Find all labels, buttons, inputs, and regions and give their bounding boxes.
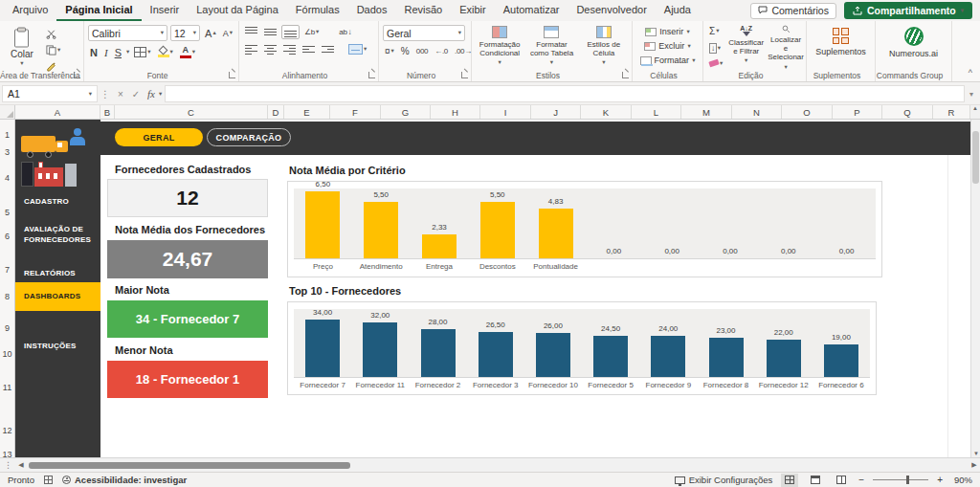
menu-revisão[interactable]: Revisão [395, 0, 451, 21]
cell-styles-button[interactable]: Estilos de Célula ▾ [580, 26, 628, 66]
vertical-scrollbar[interactable]: ▼ [970, 120, 980, 457]
horizontal-scrollbar-track[interactable] [27, 458, 969, 472]
wrap-text-button[interactable]: ab↓ [337, 27, 353, 37]
expand-formula-bar-button[interactable]: ▾ [965, 90, 978, 99]
enter-formula-icon[interactable]: ✓ [128, 89, 144, 100]
menu-arquivo[interactable]: Arquivo [4, 0, 56, 21]
cancel-formula-icon[interactable]: × [113, 89, 128, 100]
row-header-10[interactable]: 10 [0, 349, 14, 359]
bar[interactable] [421, 329, 456, 377]
row-header-12[interactable]: 12 [0, 426, 14, 435]
conditional-formatting-button[interactable]: Formatação Condicional ▾ [476, 26, 523, 66]
page-break-view-button[interactable] [833, 474, 850, 487]
menu-fórmulas[interactable]: Fórmulas [287, 0, 348, 21]
clear-button[interactable]: ▾ [707, 59, 724, 68]
normal-view-button[interactable] [781, 474, 798, 487]
format-cells-button[interactable]: Formatar ▾ [636, 55, 699, 66]
format-as-table-button[interactable]: Formatar como Tabela ▾ [527, 26, 575, 66]
row-header-6[interactable]: 6 [0, 232, 14, 241]
column-header-p[interactable]: P [833, 105, 882, 119]
row-header-9[interactable]: 9 [0, 323, 14, 333]
align-top-button[interactable] [243, 26, 259, 38]
menu-ajuda[interactable]: Ajuda [656, 0, 700, 21]
row-header-5[interactable]: 5 [0, 208, 14, 217]
scroll-down-icon[interactable]: ▼ [971, 451, 980, 456]
cut-button[interactable] [44, 28, 58, 40]
insert-cells-button[interactable]: Inserir ▾ [636, 26, 699, 37]
column-header-q[interactable]: Q [882, 105, 933, 119]
column-header-g[interactable]: G [381, 105, 431, 119]
menu-inserir[interactable]: Inserir [142, 0, 189, 21]
font-name-select[interactable]: Calibri ▾ [88, 25, 167, 41]
italic-button[interactable]: I [102, 46, 110, 59]
increase-indent-button[interactable] [320, 43, 336, 55]
menu-exibir[interactable]: Exibir [451, 0, 495, 21]
row-header-11[interactable]: 11 [0, 383, 14, 392]
sidebar-item-instruções[interactable]: INSTRUÇÕES [15, 342, 100, 352]
bar[interactable] [651, 336, 685, 377]
comma-style-button[interactable]: 000 [414, 46, 430, 56]
scroll-right-icon[interactable]: ▶ [969, 461, 980, 469]
name-box-caret[interactable]: ▾ [89, 91, 92, 98]
bar[interactable] [709, 338, 744, 377]
align-center-button[interactable] [262, 43, 278, 55]
bar[interactable] [767, 340, 801, 377]
display-settings-button[interactable]: Exibir Configurações [675, 475, 773, 485]
bar[interactable] [593, 336, 628, 377]
column-header-o[interactable]: O [782, 105, 833, 119]
percent-style-button[interactable]: % [399, 45, 412, 57]
font-color-button[interactable]: A ▾ [178, 45, 197, 59]
paste-button[interactable]: Colar ▾ [6, 27, 38, 67]
kpi-registered-value[interactable]: 12 [107, 179, 268, 217]
collapse-ribbon-button[interactable]: ^ [969, 68, 972, 77]
comments-button[interactable]: Comentários [750, 3, 836, 19]
column-header-m[interactable]: M [681, 105, 732, 119]
align-left-button[interactable] [243, 43, 259, 55]
fill-button[interactable]: ↓▾ [707, 42, 723, 55]
increase-decimal-button[interactable]: ←.0 [433, 46, 450, 56]
zoom-slider[interactable] [873, 479, 928, 480]
find-select-button[interactable]: Localizar e Selecionar ▾ [768, 25, 804, 70]
decrease-indent-button[interactable] [301, 43, 317, 55]
column-header-n[interactable]: N [732, 105, 782, 119]
zoom-slider-thumb[interactable] [906, 476, 909, 484]
merge-center-button[interactable]: ▾ [346, 43, 368, 55]
chart-1-card[interactable]: 6,505,502,335,504,830,000,000,000,000,00… [287, 181, 882, 277]
column-header-r[interactable]: R [933, 105, 970, 119]
column-header-a[interactable]: A [15, 105, 100, 119]
share-button[interactable]: Compartilhamento ▾ [844, 2, 972, 19]
bar[interactable] [305, 320, 340, 377]
align-middle-button[interactable] [262, 26, 278, 38]
column-header-l[interactable]: L [632, 105, 681, 119]
column-header-c[interactable]: C [115, 105, 268, 119]
orientation-button[interactable]: ∠b▾ [302, 27, 321, 37]
numerous-ai-button[interactable]: Numerous.ai [887, 26, 940, 59]
zoom-in-button[interactable]: + [937, 475, 943, 485]
kpi-average-value[interactable]: 24,67 [107, 240, 268, 278]
menu-desenvolvedor[interactable]: Desenvolvedor [568, 0, 655, 21]
horizontal-scrollbar-thumb[interactable] [29, 462, 350, 469]
addins-button[interactable]: Suplementos [813, 27, 868, 57]
select-all-corner[interactable] [0, 105, 15, 119]
number-format-select[interactable]: Geral ▾ [383, 25, 465, 41]
column-header-b[interactable]: B [100, 105, 115, 119]
sidebar-item-dashboards[interactable]: DASHBOARDS [15, 282, 100, 311]
menu-automatizar[interactable]: Automatizar [495, 0, 568, 21]
function-caret[interactable]: ▾ [159, 91, 162, 98]
align-bottom-button[interactable] [281, 25, 300, 39]
decrease-decimal-button[interactable]: .00→ [453, 46, 474, 56]
row-header-13[interactable]: 13 [0, 450, 14, 457]
font-size-select[interactable]: 12 ▾ [170, 25, 200, 41]
bar[interactable] [305, 191, 340, 258]
copy-button[interactable]: ▾ [44, 44, 62, 56]
insert-function-icon[interactable]: fx [144, 88, 159, 100]
record-macro-icon[interactable] [44, 476, 53, 484]
page-layout-view-button[interactable] [807, 474, 824, 487]
sidebar-item-avaliação-de-fornecedores[interactable]: AVALIAÇÃO DE FORNECEDORES [15, 225, 100, 246]
bar[interactable] [364, 202, 398, 258]
row-header-3[interactable]: 3 [0, 147, 14, 157]
column-header-d[interactable]: D [268, 105, 284, 119]
bar[interactable] [480, 202, 515, 258]
chart-2-card[interactable]: 34,0032,0028,0026,5026,0024,5024,0023,00… [287, 301, 877, 395]
underline-options-caret[interactable]: ▾ [126, 49, 129, 55]
